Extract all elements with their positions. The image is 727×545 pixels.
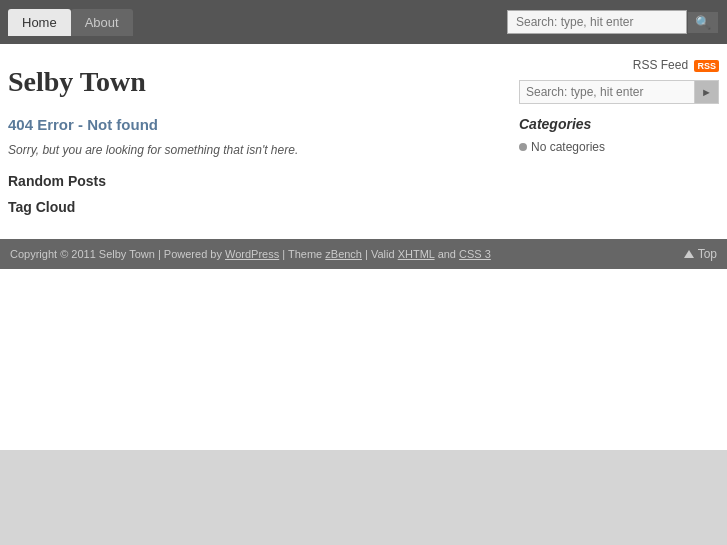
triangle-up-icon [684, 250, 694, 258]
footer: Copyright © 2011 Selby Town | Powered by… [0, 239, 727, 269]
nav-tab-about[interactable]: About [71, 9, 133, 36]
rss-icon: RSS [694, 60, 719, 72]
sidebar: RSS Feed RSS ► Categories No categories [519, 54, 719, 229]
random-posts-title: Random Posts [8, 173, 507, 189]
rss-feed-area: RSS Feed RSS [519, 58, 719, 72]
error-message: Sorry, but you are looking for something… [8, 143, 507, 157]
site-title: Selby Town [8, 58, 507, 102]
main-content: Selby Town 404 Error - Not found Sorry, … [8, 54, 507, 229]
navbar: Home About 🔍 [0, 0, 727, 44]
rss-label: RSS Feed [633, 58, 688, 72]
footer-valid-label: | Valid [365, 248, 395, 260]
nav-search-area: 🔍 [507, 10, 719, 34]
footer-theme-label: | Theme [282, 248, 322, 260]
footer-css3-link[interactable]: CSS 3 [459, 248, 491, 260]
nav-search-button[interactable]: 🔍 [687, 11, 719, 34]
sidebar-categories-title: Categories [519, 116, 719, 132]
footer-copyright: Copyright © 2011 Selby Town [10, 248, 155, 260]
sidebar-search-button[interactable]: ► [694, 80, 719, 104]
footer-powered-by: | Powered by [158, 248, 222, 260]
top-link[interactable]: Top [684, 247, 717, 261]
footer-xhtml-link[interactable]: XHTML [398, 248, 435, 260]
top-label: Top [698, 247, 717, 261]
footer-links: Copyright © 2011 Selby Town | Powered by… [10, 248, 491, 260]
tag-cloud-title: Tag Cloud [8, 199, 507, 215]
bullet-icon [519, 143, 527, 151]
nav-tab-home[interactable]: Home [8, 9, 71, 36]
no-categories-label: No categories [531, 140, 605, 154]
nav-search-input[interactable] [507, 10, 687, 34]
below-fold [0, 450, 727, 545]
sidebar-no-categories: No categories [519, 140, 719, 154]
sidebar-search-wrap: ► [519, 80, 719, 104]
content-area: Selby Town 404 Error - Not found Sorry, … [0, 44, 727, 239]
sidebar-search-input[interactable] [519, 80, 694, 104]
footer-wordpress-link[interactable]: WordPress [225, 248, 279, 260]
footer-and: and [438, 248, 456, 260]
footer-theme-link[interactable]: zBench [325, 248, 362, 260]
error-title: 404 Error - Not found [8, 116, 507, 133]
